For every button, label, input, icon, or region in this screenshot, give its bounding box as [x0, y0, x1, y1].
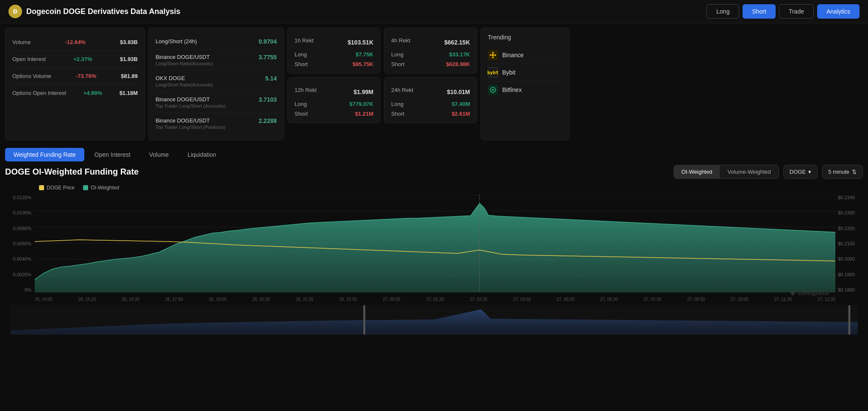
header-buttons: Long Short Trade Analytics [707, 4, 860, 19]
rekt-12h-title: 12h Rekt [295, 87, 317, 93]
svg-marker-3 [492, 56, 494, 58]
trending-item-bybit[interactable]: bybt Bybit [488, 64, 562, 81]
short-button[interactable]: Short [743, 4, 775, 19]
rekt-4h-short-value: $628.98K [446, 61, 470, 67]
x-label-6: 26, 21:35 [296, 297, 314, 302]
x-label-0: 26, 14:05 [35, 297, 53, 302]
ls-subtitle-2: Long/Short Ratio(Accounts) [156, 82, 265, 87]
long-short-card: Long/Short (24h) 0.9704 Binance DOGE/USD… [148, 28, 284, 140]
volume-weighted-btn[interactable]: Volume-Weighted [720, 165, 778, 178]
legend-doge-price-label: DOGE Price [47, 185, 75, 191]
chevron-updown-icon: ⇅ [852, 169, 857, 175]
interval-select[interactable]: 5 minute ⇅ [822, 165, 863, 179]
ls-title-4: Binance DOGE/USDT [156, 117, 259, 124]
y-right-2: $0.2200 [838, 226, 855, 231]
stat-change-oi: +2.37% [68, 56, 97, 62]
y-left-3: 0.0060% [13, 241, 31, 246]
rekt-12h-short-value: $1.21M [355, 111, 373, 117]
stat-label-options-oi: Options Open Interest [12, 90, 66, 96]
y-right-4: $0.2000 [838, 256, 855, 261]
analytics-button[interactable]: Analytics [817, 4, 860, 19]
chevron-down-icon: ▾ [808, 169, 811, 175]
stat-value-oi: $1.93B [120, 56, 138, 62]
ls-ratio-2: 5.14 [265, 75, 277, 82]
coinglass-watermark: ◈ coinglass [790, 289, 829, 297]
ls-title-2: OKX DOGE [156, 75, 265, 81]
rekt-4h-total: $662.15K [444, 39, 470, 46]
y-axis-left: 0.0120% 0.0100% 0.0080% 0.0060% 0.0040% … [5, 195, 35, 292]
coinglass-icon: ◈ [790, 289, 795, 297]
ls-subtitle-1: Long/Short Ratio(Accounts) [156, 61, 259, 66]
x-label-11: 27, 03:50 [513, 297, 531, 302]
coinglass-text: coinglass [798, 289, 829, 297]
y-left-4: 0.0040% [13, 256, 31, 261]
rekt-4h-long-value: $33.17K [449, 51, 470, 58]
svg-marker-4 [492, 54, 495, 57]
y-left-1: 0.0100% [13, 210, 31, 215]
chart-legend: DOGE Price OI-Weighted [5, 185, 863, 191]
x-label-16: 27, 10:05 [731, 297, 748, 302]
stat-label-volume: Volume [12, 39, 31, 45]
legend-oi-weighted-dot [83, 185, 88, 190]
ls-title-3: Binance DOGE/USDT [156, 96, 259, 103]
svg-marker-2 [494, 54, 496, 56]
x-label-13: 27, 06:20 [600, 297, 618, 302]
mini-chart [10, 305, 858, 335]
bybit-icon: bybt [488, 67, 498, 78]
tab-weighted-funding-rate[interactable]: Weighted Funding Rate [5, 148, 84, 161]
trending-item-binance[interactable]: Binance [488, 47, 562, 64]
rekt-1h-short-value: $95.75K [353, 61, 373, 67]
y-left-5: 0.0020% [13, 272, 31, 277]
ls-ratio-3: 3.7103 [259, 96, 277, 103]
trending-title: Trending [488, 34, 562, 41]
x-label-3: 26, 17:50 [165, 297, 183, 302]
rekt-12h-long-label: Long [295, 101, 307, 107]
x-axis: 26, 14:05 26, 15:20 26, 16:35 26, 17:50 … [35, 293, 835, 305]
rekt-24h-short-label: Short [391, 111, 404, 117]
rekt-12h-long-value: $779.07K [350, 101, 373, 107]
header-left: Ð Dogecoin DOGE Derivatives Data Analysi… [8, 5, 180, 18]
rekt-24h-short-value: $2.61M [452, 111, 470, 117]
tab-liquidation[interactable]: Liquidation [179, 148, 225, 161]
x-label-18: 27, 12:35 [818, 297, 835, 302]
x-label-7: 26, 22:50 [339, 297, 357, 302]
page-title: Dogecoin DOGE Derivatives Data Analysis [26, 7, 180, 16]
ls-row-4: Binance DOGE/USDT Top Trader Long/Short … [156, 113, 277, 134]
bitfinex-icon [488, 85, 498, 95]
rekt-24h-total: $10.01M [447, 89, 470, 95]
mini-area [10, 309, 858, 335]
x-label-14: 27, 07:35 [644, 297, 662, 302]
scroll-handle-right[interactable] [849, 305, 850, 335]
mini-chart-svg [10, 305, 858, 335]
svg-marker-0 [492, 52, 494, 54]
oi-toggle: OI-Weighted Volume-Weighted [673, 165, 779, 179]
tab-volume[interactable]: Volume [141, 148, 178, 161]
oi-area-fill [35, 203, 835, 292]
rekt-4h-short-label: Short [391, 61, 404, 67]
chart-section: DOGE OI-Weighted Funding Rate OI-Weighte… [0, 165, 868, 339]
x-label-17: 27, 11:20 [774, 297, 792, 302]
chart-controls: OI-Weighted Volume-Weighted DOGE ▾ 5 min… [673, 165, 863, 179]
x-label-8: 27, 00:05 [383, 297, 401, 302]
x-label-12: 27, 05:05 [557, 297, 575, 302]
chart-svg [35, 195, 835, 292]
ls-row-2: OKX DOGE Long/Short Ratio(Accounts) 5.14 [156, 71, 277, 92]
trade-button[interactable]: Trade [779, 4, 814, 19]
scroll-handle-left[interactable] [363, 305, 365, 335]
tab-open-interest[interactable]: Open Interest [86, 148, 139, 161]
bitfinex-name: Bitfinex [502, 86, 522, 93]
rekt-12h-short-label: Short [295, 111, 308, 117]
y-axis-right: $0.2348 $0.2300 $0.2200 $0.2100 $0.2000 … [835, 195, 863, 292]
long-button[interactable]: Long [707, 4, 739, 19]
ls-title-0: Long/Short (24h) [156, 38, 259, 44]
stat-label-oi: Open Interest [12, 56, 46, 62]
rekt-1h-long-value: $7.75K [356, 51, 373, 58]
stat-change-options-oi: +4.99% [78, 90, 108, 96]
ls-title-1: Binance DOGE/USDT [156, 54, 259, 60]
trending-item-bitfinex[interactable]: Bitfinex [488, 81, 562, 98]
x-label-4: 26, 19:05 [209, 297, 227, 302]
symbol-select[interactable]: DOGE ▾ [783, 165, 818, 179]
y-left-0: 0.0120% [13, 195, 31, 200]
oi-weighted-btn[interactable]: OI-Weighted [674, 165, 720, 178]
ls-ratio-4: 2.2288 [259, 117, 277, 124]
